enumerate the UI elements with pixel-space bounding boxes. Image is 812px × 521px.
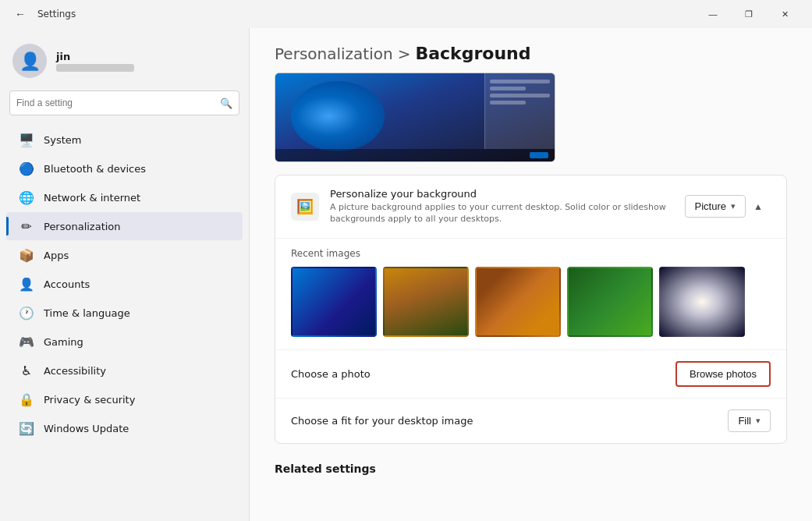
avatar-icon: 👤 [20, 51, 41, 71]
privacy-icon: 🔒 [19, 392, 34, 407]
related-settings-section: Related settings [250, 450, 812, 481]
close-button[interactable]: ✕ [767, 2, 803, 27]
choose-photo-row: Choose a photo Browse photos [275, 349, 786, 399]
title-bar: ← Settings — ❐ ✕ [0, 0, 812, 28]
sidebar-item-gaming[interactable]: 🎮 Gaming [6, 328, 243, 356]
sidebar-item-accessibility[interactable]: ♿ Accessibility [6, 356, 243, 385]
dropdown-value: Picture [695, 200, 726, 212]
system-icon: 🖥️ [19, 132, 34, 147]
accessibility-icon: ♿ [19, 363, 34, 378]
breadcrumb: Personalization > Background [250, 28, 812, 73]
search-icon: 🔍 [220, 97, 232, 109]
choose-photo-label: Choose a photo [291, 368, 675, 380]
apps-icon: 📦 [19, 247, 34, 263]
user-section: 👤 jin [0, 34, 249, 90]
background-type-dropdown[interactable]: Picture ▾ [685, 195, 746, 218]
preview-taskbar-btn [530, 152, 548, 158]
dropdown-chevron-icon: ▾ [731, 201, 736, 211]
user-name: jin [56, 51, 134, 62]
sidebar-item-label: Windows Update [44, 423, 129, 434]
sidebar-item-bluetooth[interactable]: 🔵 Bluetooth & devices [6, 154, 243, 183]
sidebar-item-privacy[interactable]: 🔒 Privacy & security [6, 385, 243, 413]
browse-photos-button[interactable]: Browse photos [675, 361, 771, 387]
sidebar-item-label: Time & language [44, 307, 130, 319]
fit-type-dropdown[interactable]: Fill ▾ [728, 409, 771, 432]
window-controls: — ❐ ✕ [695, 2, 803, 27]
user-info: jin [56, 51, 134, 72]
search-input[interactable] [16, 97, 220, 108]
recent-image-4[interactable] [567, 267, 653, 337]
preview-line [490, 101, 526, 105]
user-email [56, 64, 134, 72]
back-button[interactable]: ← [9, 3, 31, 25]
preview-taskbar [275, 149, 555, 161]
bluetooth-icon: 🔵 [19, 161, 34, 176]
choose-fit-label: Choose a fit for your desktop image [291, 415, 728, 427]
personalize-background-row: 🖼️ Personalize your background A picture… [275, 175, 786, 239]
search-box[interactable]: 🔍 [9, 90, 239, 115]
preview-line [490, 80, 550, 83]
sidebar-item-windows-update[interactable]: 🔄 Windows Update [6, 414, 243, 442]
preview-section [250, 73, 812, 175]
accounts-icon: 👤 [19, 276, 34, 292]
sidebar-item-label: Accounts [44, 278, 90, 290]
network-icon: 🌐 [19, 190, 34, 205]
background-action: Picture ▾ [685, 195, 746, 218]
sidebar: 👤 jin 🔍 🖥️ System 🔵 Bluetooth & devices [0, 28, 250, 521]
maximize-button[interactable]: ❐ [731, 2, 767, 27]
preview-sidebar-lines [485, 73, 555, 111]
sidebar-item-system[interactable]: 🖥️ System [6, 126, 243, 154]
sidebar-item-personalization[interactable]: ✏️ Personalization [6, 212, 243, 240]
breadcrumb-current: Background [415, 44, 530, 63]
choose-fit-row: Choose a fit for your desktop image Fill… [275, 399, 786, 443]
sidebar-item-label: Privacy & security [44, 394, 135, 406]
background-settings-card: 🖼️ Personalize your background A picture… [275, 175, 787, 444]
preview-line [490, 94, 550, 97]
preview-line [490, 87, 526, 90]
recent-images-grid [291, 267, 771, 337]
app-body: 👤 jin 🔍 🖥️ System 🔵 Bluetooth & devices [0, 28, 812, 521]
sidebar-item-label: Apps [44, 250, 69, 261]
sidebar-item-label: Personalization [44, 221, 121, 232]
nav-list: 🖥️ System 🔵 Bluetooth & devices 🌐 Networ… [0, 125, 249, 443]
sidebar-item-apps[interactable]: 📦 Apps [6, 241, 243, 269]
background-desc: A picture background applies to your cur… [330, 201, 685, 225]
recent-images-label: Recent images [291, 248, 771, 259]
background-preview [275, 73, 555, 162]
update-icon: 🔄 [19, 420, 34, 436]
recent-image-2[interactable] [383, 267, 469, 337]
fit-dropdown-chevron-icon: ▾ [756, 416, 761, 426]
sidebar-item-label: Network & internet [44, 192, 140, 204]
breadcrumb-parent: Personalization [275, 44, 393, 63]
sidebar-item-label: Gaming [44, 336, 83, 348]
recent-image-3[interactable] [475, 267, 561, 337]
preview-inner [275, 73, 555, 161]
breadcrumb-separator: > [398, 44, 411, 63]
expand-button[interactable]: ▲ [746, 194, 771, 219]
recent-image-5[interactable] [659, 267, 745, 337]
fit-dropdown-value: Fill [738, 415, 751, 427]
app-title: Settings [37, 9, 689, 19]
sidebar-item-time[interactable]: 🕐 Time & language [6, 299, 243, 327]
related-settings-title: Related settings [275, 463, 787, 475]
background-text: Personalize your background A picture ba… [330, 188, 685, 225]
preview-shape [291, 81, 385, 151]
main-content: Personalization > Background [250, 28, 812, 521]
sidebar-item-network[interactable]: 🌐 Network & internet [6, 183, 243, 211]
sidebar-item-accounts[interactable]: 👤 Accounts [6, 270, 243, 298]
background-icon: 🖼️ [291, 193, 319, 221]
background-title: Personalize your background [330, 188, 685, 200]
recent-images-section: Recent images [275, 239, 786, 349]
gaming-icon: 🎮 [19, 334, 34, 349]
personalization-icon: ✏️ [19, 218, 34, 234]
avatar: 👤 [12, 44, 47, 78]
recent-image-1[interactable] [291, 267, 377, 337]
sidebar-item-label: System [44, 134, 81, 146]
time-icon: 🕐 [19, 305, 34, 321]
sidebar-item-label: Bluetooth & devices [44, 163, 146, 175]
preview-sidebar-mock [484, 73, 555, 149]
sidebar-item-label: Accessibility [44, 365, 106, 377]
minimize-button[interactable]: — [695, 2, 731, 27]
